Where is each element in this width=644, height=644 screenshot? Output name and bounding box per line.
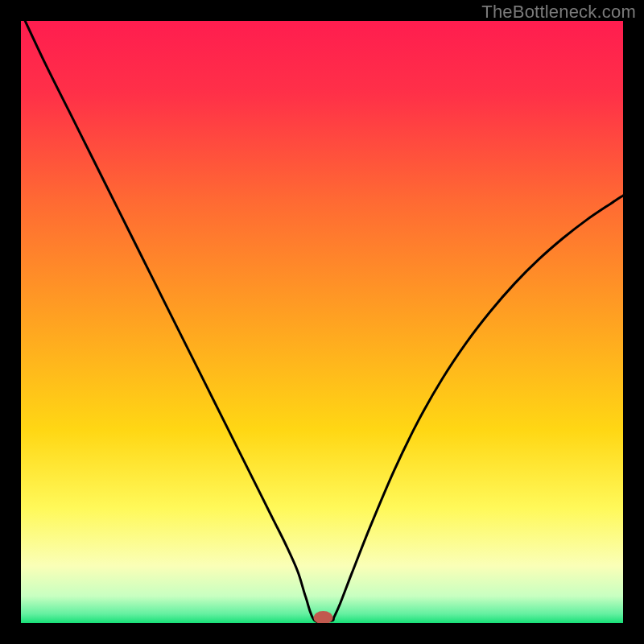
gradient-background <box>21 21 623 623</box>
chart-svg <box>21 21 623 623</box>
watermark-label: TheBottleneck.com <box>481 2 636 23</box>
chart-frame: TheBottleneck.com <box>0 0 644 644</box>
plot-area <box>21 21 623 623</box>
